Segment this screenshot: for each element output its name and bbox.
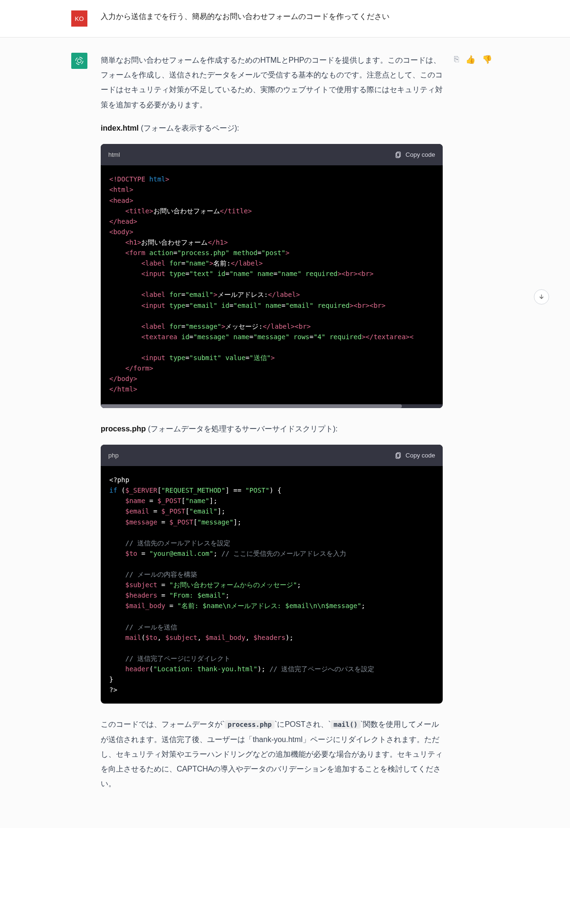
- arrow-down-icon: [538, 294, 545, 300]
- file1-heading: index.html (フォームを表示するページ):: [101, 121, 443, 135]
- code-block-php: php Copy code <?php if ($_SERVER["REQUES…: [101, 445, 443, 704]
- copy-code-label: Copy code: [406, 149, 435, 161]
- inline-code: mail(): [331, 720, 361, 729]
- copy-code-label: Copy code: [406, 449, 435, 461]
- code-header: php Copy code: [101, 445, 443, 466]
- user-message-row: KO 入力から送信までを行う、簡易的なお問い合わせフォームのコードを作ってくださ…: [0, 0, 570, 38]
- message-actions: ⎘ 👍 👎: [454, 53, 492, 65]
- copy-icon[interactable]: ⎘: [454, 55, 459, 65]
- inline-code: process.php: [225, 720, 275, 729]
- assistant-area: 簡単なお問い合わせフォームを作成するためのHTMLとPHPのコードを提供します。…: [0, 38, 570, 828]
- copy-code-button[interactable]: Copy code: [395, 149, 435, 161]
- file2-heading: process.php (フォームデータを処理するサーバーサイドスクリプト):: [101, 421, 443, 436]
- code-body-html: <!DOCTYPE html> <html> <head> <title>お問い…: [101, 165, 443, 403]
- code-header: html Copy code: [101, 144, 443, 165]
- horizontal-scrollbar[interactable]: [101, 404, 443, 408]
- code-body-php: <?php if ($_SERVER["REQUEST_METHOD"] == …: [101, 466, 443, 704]
- code-lang-label: html: [108, 149, 120, 161]
- thumbs-up-icon[interactable]: 👍: [466, 55, 475, 65]
- assistant-intro: 簡単なお問い合わせフォームを作成するためのHTMLとPHPのコードを提供します。…: [101, 53, 443, 112]
- user-avatar: KO: [71, 10, 87, 27]
- svg-point-0: [77, 59, 81, 63]
- clipboard-icon: [395, 452, 402, 459]
- scroll-down-button[interactable]: [534, 289, 549, 305]
- user-message-text: 入力から送信までを行う、簡易的なお問い合わせフォームのコードを作ってください: [101, 10, 390, 23]
- copy-code-button[interactable]: Copy code: [395, 449, 435, 461]
- assistant-outro: このコードでは、フォームデータが`process.php`にPOSTされ、`ma…: [101, 717, 443, 791]
- thumbs-down-icon[interactable]: 👎: [482, 55, 492, 65]
- code-block-html: html Copy code <!DOCTYPE html> <html> <h…: [101, 144, 443, 408]
- code-lang-label: php: [108, 449, 119, 461]
- openai-logo-icon: [74, 56, 85, 66]
- assistant-content: 簡単なお問い合わせフォームを作成するためのHTMLとPHPのコードを提供します。…: [101, 53, 443, 800]
- assistant-avatar: [71, 53, 87, 69]
- clipboard-icon: [395, 151, 402, 158]
